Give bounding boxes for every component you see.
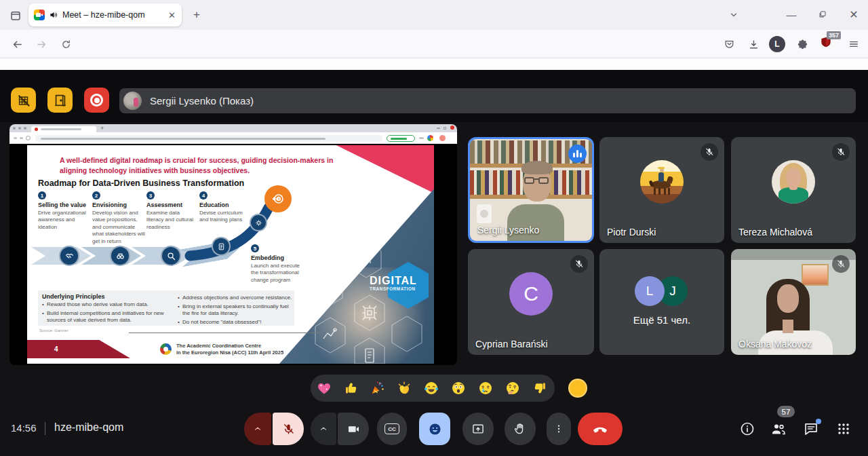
photo-word-digital: DIGITAL bbox=[370, 276, 434, 286]
reaction-thumbs-down[interactable] bbox=[532, 380, 548, 396]
end-call-button[interactable] bbox=[578, 413, 623, 445]
apps-grid-icon bbox=[835, 421, 852, 437]
participant-name: Sergii Lysenko bbox=[477, 225, 539, 235]
mic-off-icon bbox=[832, 255, 850, 273]
smiley-icon bbox=[428, 422, 442, 436]
reaction-thumbs-up[interactable] bbox=[343, 380, 359, 396]
firefox-view-icon[interactable] bbox=[8, 8, 23, 23]
flow-icon-gear bbox=[250, 214, 267, 231]
reaction-clapping-hands[interactable] bbox=[396, 380, 412, 396]
page-number-banner: 4 bbox=[27, 340, 130, 358]
captions-button[interactable]: CC bbox=[377, 413, 407, 445]
meeting-details-button[interactable] bbox=[739, 421, 755, 437]
presenter-chip[interactable]: Sergii Lysenko (Показ) bbox=[119, 88, 856, 113]
firefox-nav-bar: https://meet.google.com/hze-mibe-qom L 3… bbox=[0, 30, 868, 58]
phone-hangup-icon bbox=[592, 421, 608, 437]
window-close-button[interactable]: ✕ bbox=[846, 7, 861, 22]
shared-screen-tile[interactable]: + bbox=[9, 124, 457, 365]
browser-tab[interactable]: Meet – hze-mibe-qom ✕ bbox=[28, 3, 182, 26]
roadmap-step-3: 3 Assessment Examine data literacy and c… bbox=[146, 191, 195, 231]
profile-avatar[interactable]: L bbox=[769, 36, 785, 52]
window-minimize-button[interactable]: — bbox=[784, 7, 799, 22]
flow-icon-target bbox=[264, 185, 292, 212]
adblock-shield-icon[interactable]: 357 bbox=[819, 35, 837, 53]
slide-source: Source: Gartner bbox=[39, 328, 68, 332]
window-maximize-button[interactable] bbox=[815, 7, 830, 22]
acc-logo bbox=[160, 343, 172, 355]
participant-name: Oksana Makovoz bbox=[738, 339, 812, 349]
principle-item: Build internal competitions and initiati… bbox=[42, 310, 171, 324]
roadmap-step-5: 5 Embedding Launch and execute the trans… bbox=[251, 244, 305, 284]
avatar-horse-rider bbox=[640, 160, 684, 204]
adblock-badge: 357 bbox=[827, 31, 841, 39]
camera-button[interactable] bbox=[338, 413, 369, 445]
chat-notification-dot bbox=[816, 419, 821, 424]
camera-options-chevron[interactable] bbox=[311, 413, 336, 445]
menu-hamburger-icon[interactable] bbox=[845, 35, 863, 53]
door-icon bbox=[53, 93, 68, 108]
info-icon bbox=[739, 421, 755, 437]
forward-button[interactable] bbox=[33, 35, 50, 53]
meeting-code: hze-mibe-qom bbox=[54, 421, 123, 434]
shelf-object bbox=[477, 204, 492, 223]
reaction-thinking-face[interactable] bbox=[505, 380, 521, 396]
reaction-skin-tone-selector[interactable] bbox=[568, 379, 587, 398]
show-people-button[interactable] bbox=[770, 421, 787, 437]
back-button[interactable] bbox=[8, 35, 26, 53]
raise-hand-button[interactable] bbox=[505, 413, 536, 445]
speaking-indicator bbox=[568, 145, 587, 163]
wall-painting bbox=[802, 264, 829, 286]
clock-time: 14:56 bbox=[11, 422, 37, 434]
reaction-face-with-tears-of-joy[interactable] bbox=[423, 380, 439, 396]
presenter-label: Sergii Lysenko (Показ) bbox=[150, 95, 254, 107]
present-icon bbox=[471, 422, 485, 436]
page-top-strip bbox=[0, 58, 868, 70]
participant-name: Cyprian Barański bbox=[475, 339, 548, 349]
roadmap-step-1: 1 Selling the value Drive organizational… bbox=[38, 191, 90, 231]
participant-tile-sergii-lysenko[interactable]: Sergii Lysenko bbox=[468, 137, 594, 243]
roadmap-step-2: 2 Envisioning Develop vision and value p… bbox=[92, 191, 146, 245]
reactions-toggle-button[interactable] bbox=[419, 413, 450, 445]
mic-options-chevron[interactable] bbox=[244, 413, 271, 445]
extensions-puzzle-icon[interactable] bbox=[793, 35, 811, 53]
reload-button[interactable] bbox=[57, 35, 75, 53]
extension-door-button[interactable] bbox=[47, 88, 73, 113]
mic-off-icon bbox=[570, 255, 588, 273]
more-options-button[interactable] bbox=[547, 413, 571, 445]
participant-tile-more-people[interactable]: L J Ещё 51 чел. bbox=[599, 249, 724, 355]
downloads-icon[interactable] bbox=[745, 35, 762, 53]
flow-icon-magnifier bbox=[161, 246, 181, 266]
participant-name: Tereza Michalová bbox=[738, 227, 812, 238]
tab-close-icon[interactable]: ✕ bbox=[168, 10, 176, 20]
reaction-crying-face[interactable] bbox=[477, 380, 494, 396]
participant-tile-piotr-durski[interactable]: Piotr Durski bbox=[599, 137, 724, 243]
meet-favicon bbox=[34, 10, 45, 20]
avatar-photo bbox=[772, 160, 815, 204]
new-tab-button[interactable]: + bbox=[190, 8, 203, 22]
record-button[interactable] bbox=[84, 88, 109, 113]
participant-tile-cyprian-baranski[interactable]: C Cyprian Barański bbox=[468, 249, 594, 355]
presenter-avatar bbox=[123, 92, 142, 110]
reaction-sparkling-heart[interactable] bbox=[316, 380, 332, 396]
record-icon bbox=[90, 94, 103, 107]
mic-muted-button[interactable] bbox=[273, 413, 304, 445]
overflow-avatar-l: L bbox=[635, 276, 665, 306]
tab-list-chevron-icon[interactable] bbox=[727, 8, 741, 22]
participant-tile-oksana-makovoz[interactable]: Oksana Makovoz bbox=[731, 249, 856, 355]
reaction-astonished-face[interactable] bbox=[450, 380, 467, 396]
firefox-tab-bar: Meet – hze-mibe-qom ✕ + — ✕ bbox=[0, 0, 868, 30]
mic-off-icon bbox=[701, 143, 718, 161]
activities-button[interactable] bbox=[835, 421, 852, 437]
reaction-party-popper[interactable] bbox=[369, 380, 385, 396]
participant-tile-tereza-michalova[interactable]: Tereza Michalová bbox=[731, 137, 856, 243]
principles-box: Underlying Principles Reward those who d… bbox=[38, 290, 294, 326]
extension-grid-off-button[interactable] bbox=[11, 88, 36, 113]
present-screen-button[interactable] bbox=[462, 413, 494, 445]
chat-button[interactable] bbox=[803, 421, 819, 437]
principle-item: Do not become "data obsessed"! bbox=[178, 319, 293, 326]
principle-item: Bring in external speakers to continuall… bbox=[178, 303, 293, 318]
pocket-icon[interactable] bbox=[720, 35, 738, 53]
tab-audio-icon[interactable] bbox=[49, 10, 58, 20]
mic-off-icon bbox=[832, 143, 850, 161]
participants-count-badge: 57 bbox=[777, 406, 795, 417]
